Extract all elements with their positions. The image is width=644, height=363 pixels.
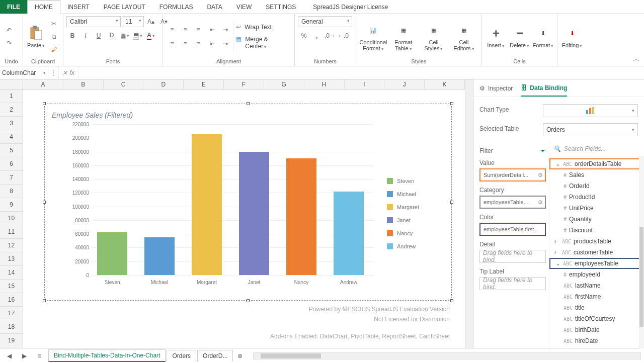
decrease-decimal-icon[interactable]: ←.0: [337, 30, 349, 41]
format-table-button[interactable]: ▦Format Table: [389, 22, 418, 51]
tree-node[interactable]: ABCtitleOfCourtesy: [549, 313, 644, 324]
tree-node[interactable]: ›ABCproductsTable: [549, 236, 644, 247]
indent-right-icon[interactable]: ⇥: [219, 38, 231, 49]
all-sheets-icon[interactable]: ≡: [33, 350, 45, 361]
row-header[interactable]: 16: [0, 293, 23, 307]
value-chip[interactable]: Sum(orderDetail...⚙: [479, 168, 546, 182]
indent-left-icon[interactable]: ⇤: [206, 38, 218, 49]
cell-grid[interactable]: Employee Sales (Filtered) 02000040000600…: [23, 89, 465, 348]
tree-node[interactable]: #Sales: [549, 169, 644, 180]
selected-table-select[interactable]: Orders: [543, 123, 638, 136]
format-painter-icon[interactable]: 🖌: [48, 44, 60, 55]
chart-type-select[interactable]: [543, 104, 638, 117]
font-size-select[interactable]: 11: [122, 16, 144, 27]
add-sheet-icon[interactable]: ⊕: [234, 350, 246, 361]
decrease-indent-icon[interactable]: ⇤: [206, 24, 218, 35]
row-header[interactable]: 18: [0, 320, 23, 334]
menu-data[interactable]: DATA: [200, 0, 229, 14]
italic-icon[interactable]: I: [79, 30, 92, 41]
tree-node[interactable]: #Quantity: [549, 214, 644, 225]
font-family-select[interactable]: Calibri: [66, 16, 121, 27]
menu-home[interactable]: HOME: [27, 0, 60, 14]
row-header[interactable]: 11: [0, 225, 23, 239]
number-format-select[interactable]: General: [298, 16, 352, 27]
category-chip[interactable]: employeesTable....⚙: [479, 196, 546, 209]
delete-button[interactable]: ➖Delete: [509, 25, 530, 48]
row-header[interactable]: 17: [0, 307, 23, 320]
merge-center-button[interactable]: ▦ Merge & Center: [236, 36, 291, 50]
tab-data-binding[interactable]: 🗄Data Binding: [521, 84, 567, 97]
tree-node[interactable]: ABCfirstName: [549, 291, 644, 302]
editing-button[interactable]: ⬇Editing: [560, 25, 584, 48]
cell-editors-button[interactable]: ▦Cell Editors: [450, 22, 478, 51]
tree-node[interactable]: ›ABCcustomerTable: [549, 247, 644, 258]
select-all-corner[interactable]: [0, 79, 23, 89]
sheet-tab[interactable]: OrderD...: [197, 350, 233, 361]
row-header[interactable]: 6: [0, 157, 23, 171]
row-header[interactable]: 10: [0, 212, 23, 225]
detail-dropzone[interactable]: Drag fields here to bind.: [479, 250, 546, 263]
tree-node[interactable]: #Discount: [549, 225, 644, 236]
tree-node[interactable]: #ProductId: [549, 192, 644, 203]
col-header[interactable]: I: [345, 79, 385, 89]
row-header[interactable]: 3: [0, 117, 23, 130]
menu-license[interactable]: SpreadJS Designer License: [306, 0, 395, 14]
tree-node[interactable]: ABCbirthDate: [549, 324, 644, 335]
copy-icon[interactable]: ⧉: [48, 31, 60, 42]
tree-scrollbar[interactable]: [639, 156, 644, 348]
bold-icon[interactable]: B: [66, 30, 78, 41]
row-header[interactable]: 4: [0, 130, 23, 144]
align-center-icon[interactable]: ≡: [179, 38, 191, 49]
align-bottom-icon[interactable]: ≡: [192, 24, 204, 35]
row-header[interactable]: 5: [0, 144, 23, 157]
col-header[interactable]: E: [184, 79, 224, 89]
underline-icon[interactable]: U: [93, 30, 105, 41]
increase-indent-icon[interactable]: ⇥: [219, 24, 231, 35]
name-box[interactable]: ColumnChar: [0, 66, 48, 79]
comma-icon[interactable]: ,: [311, 30, 323, 41]
row-header[interactable]: 8: [0, 185, 23, 198]
tree-node[interactable]: ⌄ABCemployeesTable: [549, 258, 644, 269]
row-header[interactable]: 2: [0, 103, 23, 117]
col-header[interactable]: B: [63, 79, 104, 89]
double-underline-icon[interactable]: D: [106, 30, 118, 41]
align-right-icon[interactable]: ≡: [192, 38, 204, 49]
sheet-tab[interactable]: Orders: [167, 350, 196, 361]
font-color-icon[interactable]: A: [145, 30, 157, 41]
row-header[interactable]: 13: [0, 252, 23, 266]
chart-object[interactable]: Employee Sales (Filtered) 02000040000600…: [44, 104, 452, 301]
format-button[interactable]: ⬇Format: [532, 25, 554, 48]
tree-node[interactable]: ABClastName: [549, 280, 644, 291]
align-top-icon[interactable]: ≡: [166, 24, 178, 35]
horizontal-scrollbar[interactable]: [253, 352, 641, 359]
col-header[interactable]: A: [23, 79, 63, 89]
tree-node[interactable]: ABCtitle: [549, 302, 644, 313]
fx-icon[interactable]: fx: [69, 69, 74, 76]
percent-icon[interactable]: %: [298, 30, 310, 41]
cut-icon[interactable]: ✂: [48, 18, 60, 29]
tip-dropzone[interactable]: Drag fields here to bind.: [479, 277, 546, 290]
fill-color-icon[interactable]: ⬒: [132, 30, 144, 41]
gear-icon[interactable]: ⚙: [538, 172, 543, 178]
row-header[interactable]: 9: [0, 198, 23, 212]
spreadsheet[interactable]: A B C D E F G H I J K 123456789101112131…: [0, 79, 473, 348]
increase-font-icon[interactable]: A▴: [145, 16, 157, 27]
cell-styles-button[interactable]: ▦Cell Styles: [420, 22, 448, 51]
first-sheet-icon[interactable]: ◀: [3, 350, 15, 361]
undo-icon[interactable]: ↶: [3, 25, 15, 36]
search-fields-input[interactable]: 🔍 Search Fields...: [549, 141, 644, 156]
row-header[interactable]: 19: [0, 334, 23, 347]
col-header[interactable]: C: [104, 79, 144, 89]
vertical-scrollbar[interactable]: [465, 79, 473, 348]
fields-tree[interactable]: ⌄ABCorderDetailsTable#Sales#OrderId#Prod…: [549, 156, 644, 348]
border-icon[interactable]: ▦: [119, 30, 131, 41]
row-header[interactable]: 12: [0, 239, 23, 252]
col-header[interactable]: K: [425, 79, 465, 89]
sheet-tab-active[interactable]: Bind-Multiple-Tables-Data-In-One-Chart: [48, 349, 166, 362]
color-chip[interactable]: employeesTable.first...: [479, 223, 546, 236]
col-header[interactable]: H: [304, 79, 345, 89]
gear-icon[interactable]: ⚙: [538, 199, 543, 206]
increase-decimal-icon[interactable]: .0→: [324, 30, 336, 41]
collapse-ribbon-icon[interactable]: ︿: [633, 55, 640, 64]
next-sheet-icon[interactable]: ▶: [18, 350, 30, 361]
